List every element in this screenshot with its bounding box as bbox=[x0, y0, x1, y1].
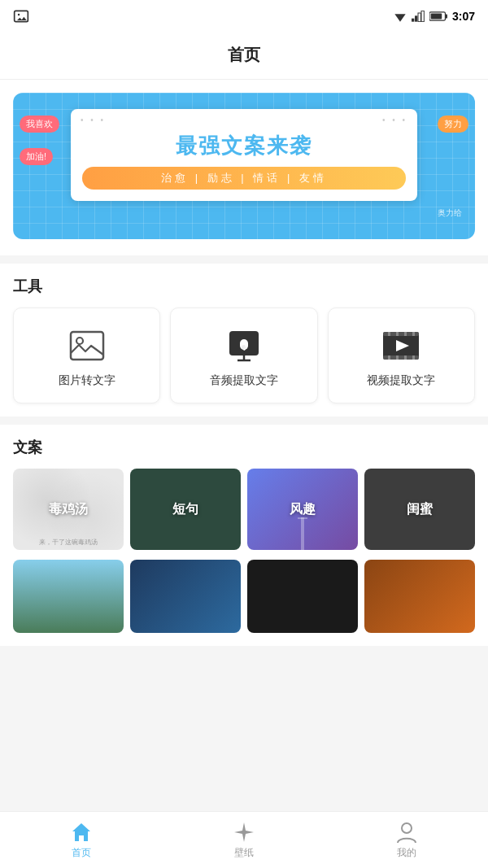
nav-label-profile: 我的 bbox=[397, 846, 416, 860]
svg-point-30 bbox=[402, 823, 412, 833]
image-icon bbox=[68, 326, 107, 365]
banner-tag-3: 努力 bbox=[438, 116, 468, 133]
svg-rect-10 bbox=[71, 332, 103, 360]
svg-rect-4 bbox=[415, 15, 417, 21]
svg-point-11 bbox=[76, 338, 83, 344]
copy-item-chicken-soup[interactable]: 来，干了这碗毒鸡汤 毒鸡汤 bbox=[13, 469, 124, 550]
svg-rect-3 bbox=[412, 19, 414, 22]
svg-rect-24 bbox=[388, 355, 390, 360]
banner-tag-4: 奥力给 bbox=[431, 205, 468, 221]
page-header: 首页 bbox=[0, 33, 488, 80]
svg-rect-27 bbox=[412, 355, 415, 360]
copy-item-black[interactable] bbox=[247, 560, 358, 633]
copy-grid-row2 bbox=[13, 560, 475, 646]
copywriting-section: 文案 来，干了这碗毒鸡汤 毒鸡汤 短句 风趣 闺蜜 bbox=[0, 425, 488, 646]
banner-card: 最强文案来袭 治愈 | 励志 | 情话 | 友情 bbox=[71, 109, 417, 201]
svg-rect-22 bbox=[404, 332, 407, 336]
copy-item-short-sentence-label: 短句 bbox=[130, 469, 241, 550]
svg-rect-8 bbox=[445, 14, 447, 18]
copy-item-landscape[interactable] bbox=[13, 560, 124, 633]
copy-item-blue[interactable] bbox=[130, 560, 241, 633]
banner-title: 最强文案来袭 bbox=[82, 132, 406, 160]
copy-item-funny[interactable]: 风趣 bbox=[247, 469, 358, 550]
copywriting-section-title: 文案 bbox=[13, 438, 475, 457]
svg-rect-9 bbox=[431, 14, 442, 20]
copy-item-short-sentence[interactable]: 短句 bbox=[130, 469, 241, 550]
copy-grid-row1: 来，干了这碗毒鸡汤 毒鸡汤 短句 风趣 闺蜜 bbox=[13, 469, 475, 560]
time-display: 3:07 bbox=[452, 10, 475, 23]
home-icon bbox=[70, 821, 93, 844]
tools-section-title: 工具 bbox=[13, 277, 475, 296]
tool-audio-to-text-label: 音频提取文字 bbox=[210, 373, 278, 388]
photo-icon bbox=[13, 8, 29, 24]
nav-item-wallpaper[interactable]: 壁纸 bbox=[163, 816, 325, 865]
svg-point-1 bbox=[18, 14, 20, 16]
tool-video-to-text[interactable]: 视频提取文字 bbox=[328, 308, 475, 403]
banner-section: 我喜欢 加油! 努力 奥力给 最强文案来袭 治愈 | 励志 | 情话 | 友情 bbox=[0, 80, 488, 255]
svg-rect-6 bbox=[421, 11, 424, 21]
wifi-icon bbox=[394, 11, 407, 22]
banner-subtitle: 治愈 | 励志 | 情话 | 友情 bbox=[82, 167, 406, 190]
signal-icon bbox=[412, 11, 425, 22]
nav-label-wallpaper: 壁纸 bbox=[234, 846, 254, 860]
svg-rect-23 bbox=[412, 332, 415, 336]
copy-item-bestie-label: 闺蜜 bbox=[364, 469, 475, 550]
tool-image-to-text[interactable]: 图片转文字 bbox=[13, 308, 160, 403]
svg-rect-5 bbox=[418, 13, 420, 22]
banner-tag-2: 加油! bbox=[20, 148, 53, 165]
banner[interactable]: 我喜欢 加油! 努力 奥力给 最强文案来袭 治愈 | 励志 | 情话 | 友情 bbox=[13, 93, 475, 239]
video-icon bbox=[381, 326, 420, 365]
svg-marker-2 bbox=[394, 14, 405, 21]
tools-section: 工具 图片转文字 ♪ bbox=[0, 264, 488, 417]
status-bar-right: 3:07 bbox=[394, 10, 475, 23]
svg-marker-29 bbox=[234, 822, 254, 842]
profile-icon bbox=[395, 821, 418, 844]
audio-icon: ♪ bbox=[224, 326, 264, 365]
page-title: 首页 bbox=[228, 46, 260, 63]
svg-rect-21 bbox=[396, 332, 399, 336]
wallpaper-icon bbox=[233, 821, 255, 844]
svg-rect-25 bbox=[396, 355, 399, 360]
svg-rect-20 bbox=[388, 332, 390, 336]
banner-tag-1: 我喜欢 bbox=[20, 116, 59, 133]
copy-item-funny-label: 风趣 bbox=[247, 469, 358, 550]
nav-item-home[interactable]: 首页 bbox=[0, 816, 163, 865]
tool-audio-to-text[interactable]: ♪ 音频提取文字 bbox=[170, 308, 317, 403]
tool-video-to-text-label: 视频提取文字 bbox=[367, 373, 435, 388]
nav-label-home: 首页 bbox=[72, 846, 91, 860]
copy-item-chicken-soup-label: 毒鸡汤 bbox=[13, 469, 124, 550]
status-bar-left bbox=[13, 8, 29, 24]
copy-item-bestie[interactable]: 闺蜜 bbox=[364, 469, 475, 550]
bottom-nav: 首页 壁纸 我的 bbox=[0, 811, 488, 868]
svg-rect-26 bbox=[404, 355, 407, 360]
tool-image-to-text-label: 图片转文字 bbox=[59, 373, 115, 388]
tools-grid: 图片转文字 ♪ 音频提取文字 bbox=[13, 308, 475, 417]
nav-item-profile[interactable]: 我的 bbox=[325, 816, 488, 865]
copy-item-warm[interactable] bbox=[364, 560, 475, 633]
svg-text:♪: ♪ bbox=[242, 340, 248, 353]
status-bar: 3:07 bbox=[0, 0, 488, 33]
battery-icon bbox=[429, 11, 447, 22]
